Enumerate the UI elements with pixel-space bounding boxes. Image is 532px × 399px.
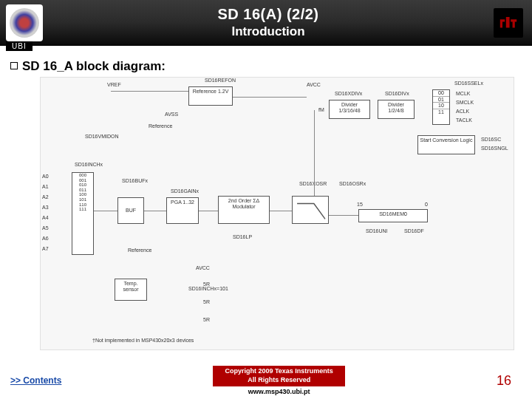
www-line: www.msp430.ubi.pt [61, 388, 497, 395]
lbl-fm: fM [318, 107, 324, 112]
slide-number: 16 [497, 373, 511, 389]
wire [270, 211, 292, 211]
copyright-band: Copyright 2009 Texas Instruments All Rig… [213, 366, 344, 386]
title-block: SD 16(A) (2/2) Introduction [43, 6, 494, 39]
lbl-a1: A1 [42, 184, 49, 189]
lbl-a3: A3 [42, 205, 49, 210]
wire [111, 91, 188, 92]
lbl-vref: VREF [107, 82, 121, 87]
lbl-mclk: MCLK [456, 91, 470, 96]
wire [314, 110, 315, 196]
crest-icon [10, 8, 39, 38]
mux-01: 01 [433, 97, 449, 103]
ti-logo-icon [494, 8, 523, 38]
lbl-taclk: TACLK [456, 117, 472, 123]
blk-filter-icon [292, 196, 329, 224]
blk-divider1: Divider 1/3/16/48 [329, 100, 370, 119]
wire [233, 97, 307, 98]
mux-011: 011 [72, 188, 93, 193]
mux-000: 000 [72, 173, 93, 178]
lbl-sd16vmidon: SD16VMIDON [85, 134, 119, 139]
lbl-sd16sngl: SD16SNGL [481, 146, 508, 151]
lbl-r1: 5R [203, 282, 210, 287]
lbl-a7: A7 [42, 246, 49, 251]
lbl-reference: Reference [149, 123, 172, 129]
lbl-sd16gainx: SD16GAINx [171, 188, 199, 194]
lbl-sd16refon: SD16REFON [205, 78, 236, 83]
lbl-avcc: AVCC [307, 82, 321, 87]
lbl-sd16divx: SD16DIVx [385, 91, 409, 96]
blk-startconv: Start Conversion Logic [417, 135, 475, 154]
wire [144, 211, 166, 211]
bullet-heading: SD 16_A block diagram: [10, 59, 522, 74]
lbl-footnote: †Not implemented in MSP430x20x3 devices [92, 338, 194, 343]
lbl-sd16xosr: SD16XOSR [299, 181, 327, 186]
lbl-r3: 5R [203, 317, 210, 322]
blk-clkmux: 00 01 10 11 [432, 89, 450, 125]
blk-pga: PGA 1..32 [166, 197, 199, 224]
mux-001: 001 [72, 178, 93, 183]
blk-modulator: 2nd Order ΣΔ Modulator [218, 196, 270, 224]
slide-header: UBI SD 16(A) (2/2) Introduction [0, 0, 532, 46]
wire [329, 215, 358, 216]
lbl-sd16sc: SD16SC [481, 137, 501, 142]
copyright-line2: All Rights Reserved [225, 376, 332, 385]
lbl-a4: A4 [42, 215, 49, 220]
block-diagram: VREF AVCC SD16REFON Reference 1.2V AVSS … [40, 77, 514, 350]
mux-101: 101 [72, 197, 93, 202]
slide-subtitle: Introduction [43, 24, 494, 39]
lbl-avcc2: AVCC [196, 265, 210, 270]
blk-inmux: 000 001 010 011 100 101 110 111 [72, 172, 94, 255]
lbl-a2: A2 [42, 194, 49, 200]
lbl-sd16inchx: SD16INCHx [75, 162, 103, 167]
mux-10: 10 [433, 103, 449, 109]
lbl-sd16uni: SD16UNI [366, 228, 388, 233]
bullet-text: SD 16_A block diagram: [22, 59, 166, 74]
blk-temp: Temp. sensor [115, 279, 147, 301]
blk-sd16mem: SD16MEM0 [358, 209, 428, 222]
mux-111: 111 [72, 207, 93, 212]
lbl-15: 15 [357, 202, 363, 207]
blk-divider2: Divider 1/2/4/8 [378, 100, 415, 119]
lbl-sd16osrx: SD16OSRx [339, 181, 366, 186]
lbl-sd16xdivx: SD16XDIVx [335, 91, 362, 96]
lbl-aclk: ACLK [456, 109, 469, 114]
slide-body: SD 16_A block diagram: VREF AVCC SD16REF… [0, 46, 532, 350]
lbl-a0: A0 [42, 174, 49, 179]
ubi-label: UBI [6, 41, 33, 51]
mux-110: 110 [72, 202, 93, 208]
slide-footer: >> Contents Copyright 2009 Texas Instrum… [0, 362, 532, 399]
lbl-sd16df: SD16DF [404, 228, 424, 233]
blk-reference: Reference 1.2V [188, 86, 233, 106]
slide-title: SD 16(A) (2/2) [43, 6, 494, 23]
lbl-0: 0 [425, 202, 428, 207]
lbl-r2: 5R [203, 299, 210, 304]
mux-11: 11 [433, 109, 449, 115]
contents-link[interactable]: >> Contents [10, 375, 61, 386]
wire [94, 211, 117, 211]
bullet-square-icon [10, 62, 18, 69]
lbl-reference2: Reference [128, 248, 151, 253]
lbl-sd16sselx: SD16SSELx [454, 81, 483, 86]
lbl-inchx101: SD16INCHx=101 [188, 286, 228, 291]
lbl-sd16lp: SD16LP [233, 234, 252, 239]
lbl-smclk: SMCLK [456, 100, 474, 105]
lbl-sd16bufx: SD16BUFx [122, 178, 148, 183]
mux-100: 100 [72, 192, 93, 197]
blk-buf: BUF [117, 197, 144, 224]
copyright-block: Copyright 2009 Texas Instruments All Rig… [61, 366, 497, 395]
lbl-avss: AVSS [165, 112, 178, 117]
copyright-line1: Copyright 2009 Texas Instruments [225, 367, 332, 376]
mux-010: 010 [72, 183, 93, 188]
wire [199, 211, 218, 211]
mux-00: 00 [433, 90, 449, 97]
ubi-crest [6, 4, 43, 41]
lbl-a5: A5 [42, 225, 49, 231]
lbl-a6: A6 [42, 236, 49, 241]
